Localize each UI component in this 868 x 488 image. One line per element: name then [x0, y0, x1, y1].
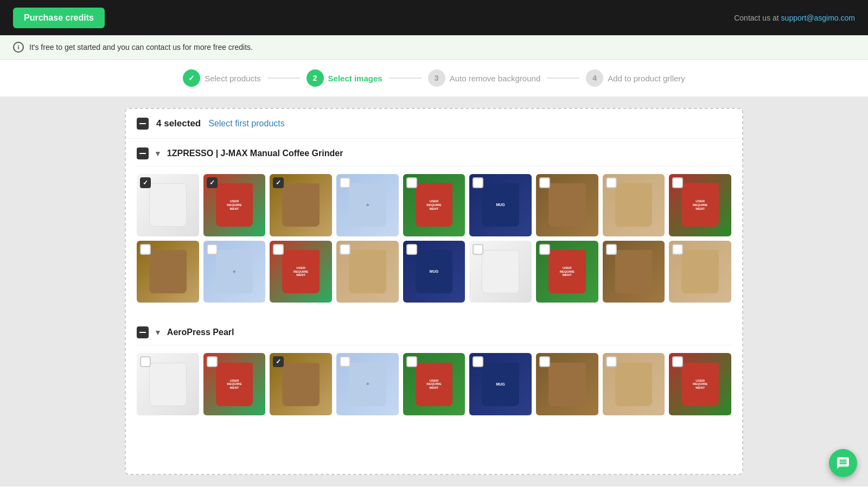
- step-2-circle: 2: [307, 69, 324, 87]
- image-item[interactable]: [137, 241, 199, 303]
- image-item[interactable]: [603, 174, 665, 236]
- image-checkbox[interactable]: [672, 244, 683, 255]
- image-checkbox[interactable]: [606, 356, 617, 367]
- mug-visual: [149, 183, 187, 227]
- image-checkbox[interactable]: [539, 356, 550, 367]
- product-name-1: AeroPress Pearl: [167, 328, 234, 337]
- mug-visual: [282, 363, 320, 406]
- image-item[interactable]: [270, 353, 332, 415]
- image-checkbox[interactable]: [273, 177, 284, 188]
- image-checkbox[interactable]: [539, 244, 550, 255]
- image-checkbox[interactable]: [140, 356, 151, 367]
- product-deselect-button-1[interactable]: [137, 326, 149, 338]
- mug-visual: USERREQUIREMENT: [282, 250, 320, 293]
- image-checkbox[interactable]: [340, 244, 350, 255]
- image-item[interactable]: [336, 241, 399, 303]
- step-2-label: Select images: [328, 74, 382, 83]
- mug-visual: [615, 183, 653, 227]
- image-item[interactable]: [536, 353, 598, 415]
- image-checkbox[interactable]: [340, 356, 350, 367]
- image-item[interactable]: USERREQUIREMENT: [536, 241, 598, 303]
- step-3: 3 Auto remove background: [428, 69, 541, 87]
- mug-visual: [282, 183, 320, 227]
- image-checkbox[interactable]: [140, 177, 151, 188]
- image-item[interactable]: MUG: [469, 353, 532, 415]
- image-item[interactable]: [469, 241, 532, 303]
- image-checkbox[interactable]: [207, 244, 218, 255]
- step-3-circle: 3: [428, 69, 445, 87]
- chevron-down-icon-0: ▼: [154, 149, 162, 158]
- step-4: 4 Add to product grllery: [586, 69, 685, 87]
- image-item[interactable]: [137, 353, 199, 415]
- image-item[interactable]: ☆: [336, 174, 399, 236]
- image-checkbox[interactable]: [473, 356, 483, 367]
- image-checkbox[interactable]: [606, 244, 617, 255]
- image-checkbox[interactable]: [606, 177, 617, 188]
- step-1: ✓ Select products: [183, 69, 260, 87]
- image-item[interactable]: [603, 241, 665, 303]
- products-container: ▼ 1ZPRESSO | J-MAX Manual Coffee Grinder…: [126, 139, 742, 431]
- stepper: ✓ Select products 2 Select images 3 Auto…: [0, 60, 868, 97]
- mug-visual: [615, 363, 653, 406]
- deselect-all-button[interactable]: [137, 118, 149, 130]
- image-item[interactable]: [669, 241, 731, 303]
- step-1-circle: ✓: [183, 69, 200, 87]
- mug-visual: USERREQUIREMENT: [416, 363, 453, 406]
- image-item[interactable]: USERREQUIREMENT: [403, 174, 465, 236]
- step-divider-1: [267, 78, 300, 79]
- image-grid-1: USERREQUIREMENT☆USERREQUIREMENTMUGUSERRE…: [137, 353, 731, 415]
- image-item[interactable]: MUG: [469, 174, 532, 236]
- mug-visual: [681, 250, 719, 293]
- mug-visual: USERREQUIREMENT: [681, 183, 719, 227]
- image-item[interactable]: ☆: [336, 353, 399, 415]
- image-checkbox[interactable]: [207, 356, 218, 367]
- product-deselect-button-0[interactable]: [137, 147, 149, 159]
- image-item[interactable]: [536, 174, 598, 236]
- mug-visual: [149, 363, 187, 406]
- image-item[interactable]: USERREQUIREMENT: [669, 353, 731, 415]
- image-checkbox[interactable]: [406, 356, 417, 367]
- product-header-0: ▼ 1ZPRESSO | J-MAX Manual Coffee Grinder: [137, 139, 731, 166]
- chat-icon: [836, 456, 850, 470]
- image-item[interactable]: USERREQUIREMENT: [403, 353, 465, 415]
- image-checkbox[interactable]: [406, 177, 417, 188]
- step-3-label: Auto remove background: [450, 74, 541, 83]
- mug-visual: ☆: [216, 250, 253, 293]
- image-item[interactable]: USERREQUIREMENT: [203, 353, 266, 415]
- image-item[interactable]: ☆: [203, 241, 266, 303]
- mug-visual: ☆: [349, 183, 386, 227]
- product-section-1: ▼ AeroPress Pearl USERREQUIREMENT☆USERRE…: [126, 318, 742, 431]
- product-name-0: 1ZPRESSO | J-MAX Manual Coffee Grinder: [167, 149, 343, 158]
- image-checkbox[interactable]: [473, 244, 483, 255]
- image-checkbox[interactable]: [273, 244, 284, 255]
- purchase-credits-button[interactable]: Purchase credits: [13, 8, 105, 28]
- image-item[interactable]: USERREQUIREMENT: [270, 241, 332, 303]
- image-checkbox[interactable]: [539, 177, 550, 188]
- image-checkbox[interactable]: [672, 356, 683, 367]
- image-checkbox[interactable]: [406, 244, 417, 255]
- mug-visual: [349, 250, 386, 293]
- step-divider-3: [547, 78, 579, 79]
- image-item[interactable]: [137, 174, 199, 236]
- image-checkbox[interactable]: [473, 177, 483, 188]
- image-checkbox[interactable]: [207, 177, 218, 188]
- image-checkbox[interactable]: [140, 244, 151, 255]
- chat-bubble-button[interactable]: [829, 449, 857, 477]
- image-checkbox[interactable]: [340, 177, 350, 188]
- mug-visual: MUG: [482, 363, 519, 406]
- chevron-down-icon-1: ▼: [154, 328, 162, 337]
- image-item[interactable]: [270, 174, 332, 236]
- contact-email-link[interactable]: support@asgimo.com: [781, 14, 855, 22]
- image-item[interactable]: USERREQUIREMENT: [203, 174, 266, 236]
- mug-visual: [149, 250, 187, 293]
- info-icon: i: [13, 42, 24, 53]
- image-item[interactable]: [603, 353, 665, 415]
- image-item[interactable]: MUG: [403, 241, 465, 303]
- select-first-products-link[interactable]: Select first products: [208, 119, 285, 129]
- image-grid-0: USERREQUIREMENT☆USERREQUIREMENTMUGUSERRE…: [137, 174, 731, 303]
- mug-visual: USERREQUIREMENT: [548, 250, 586, 293]
- info-message: It's free to get started and you can con…: [29, 43, 253, 52]
- image-checkbox[interactable]: [273, 356, 284, 367]
- image-checkbox[interactable]: [672, 177, 683, 188]
- image-item[interactable]: USERREQUIREMENT: [669, 174, 731, 236]
